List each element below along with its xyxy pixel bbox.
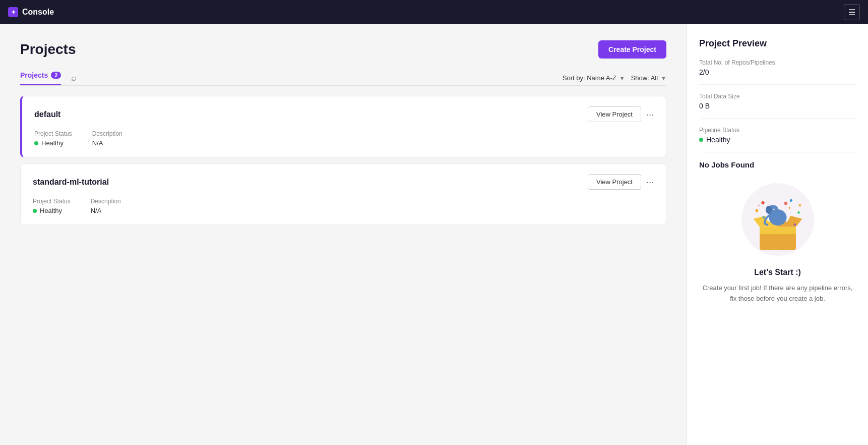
svg-point-14	[762, 216, 765, 219]
panel-section-repos: Total No. of Repos/Pipelines 2/0	[699, 59, 856, 85]
project-card-header-2: standard-ml-tutorial View Project ···	[33, 174, 654, 190]
meta-col-status-2: Project Status Healthy	[33, 198, 71, 214]
status-text: Healthy	[41, 139, 64, 147]
project-card-inner-2: standard-ml-tutorial View Project ···	[21, 164, 666, 225]
page-title: Projects	[20, 41, 76, 58]
meta-col-description: Description N/A	[92, 130, 122, 147]
project-name-default: default	[34, 110, 60, 119]
projects-list: default View Project ··· Project	[20, 96, 666, 225]
total-repos-value: 2/0	[699, 68, 856, 76]
svg-point-15	[798, 204, 801, 207]
show-filter[interactable]: Show: All ▼	[631, 74, 666, 82]
illustration-container: ✦ ✦ Let's Start :) Create your first job…	[699, 179, 856, 304]
project-card-inner: default View Project ··· Project	[22, 96, 666, 157]
status-label-2: Project Status	[33, 198, 71, 205]
status-label: Project Status	[34, 130, 72, 137]
meta-col-description-2: Description N/A	[91, 198, 121, 214]
description-value: N/A	[92, 139, 122, 147]
total-repos-label: Total No. of Repos/Pipelines	[699, 59, 856, 66]
menu-button[interactable]: ☰	[844, 4, 860, 20]
app-title: Console	[22, 8, 54, 17]
search-icon: ⌕	[71, 73, 77, 83]
more-icon: ···	[646, 109, 654, 120]
tabs-row: Projects 2 ⌕ Sort by: Name A-Z ▼ Show: A…	[20, 71, 666, 86]
svg-point-5	[766, 206, 772, 214]
menu-icon: ☰	[848, 8, 855, 17]
description-label: Description	[92, 130, 122, 137]
status-dot-healthy	[34, 141, 38, 145]
pipeline-status-label: Pipeline Status	[699, 127, 856, 134]
brand: ✦ Console	[8, 7, 54, 17]
lets-start-desc: Create your first job! If there are any …	[699, 283, 856, 304]
project-card-actions-2: View Project ···	[588, 174, 654, 190]
brand-icon: ✦	[8, 7, 18, 17]
pipeline-status-dot	[699, 138, 703, 142]
pipeline-status-text: Healthy	[706, 136, 730, 144]
status-text-2: Healthy	[40, 207, 62, 214]
status-value: Healthy	[34, 139, 72, 147]
project-name-standard-ml: standard-ml-tutorial	[33, 178, 109, 187]
meta-col-status: Project Status Healthy	[34, 130, 72, 147]
main-layout: Projects Create Project Projects 2 ⌕ Sor…	[0, 24, 868, 445]
panel-section-pipeline-status: Pipeline Status Healthy	[699, 127, 856, 152]
description-value-2: N/A	[91, 207, 121, 214]
panel-title: Project Preview	[699, 38, 856, 49]
view-project-button-default[interactable]: View Project	[588, 106, 641, 122]
right-panel: Project Preview Total No. of Repos/Pipel…	[687, 24, 868, 445]
show-filter-label: Show: All	[631, 74, 658, 82]
empty-state-illustration: ✦ ✦	[737, 179, 818, 260]
panel-section-data-size: Total Data Size 0 B	[699, 93, 856, 119]
svg-text:✦: ✦	[758, 203, 760, 207]
project-card-standard-ml[interactable]: standard-ml-tutorial View Project ···	[20, 163, 666, 225]
description-label-2: Description	[91, 198, 121, 205]
status-dot-healthy-2	[33, 209, 37, 213]
more-icon-2: ···	[646, 177, 654, 187]
tab-projects-badge: 2	[51, 72, 61, 79]
project-meta-default: Project Status Healthy Description N/A	[34, 130, 654, 147]
page-header: Projects Create Project	[20, 40, 666, 59]
sort-filter[interactable]: Sort by: Name A-Z ▼	[563, 74, 625, 82]
project-card-default[interactable]: default View Project ··· Project	[20, 96, 666, 157]
no-jobs-title: No Jobs Found	[699, 160, 856, 169]
project-card-actions: View Project ···	[588, 106, 654, 122]
sort-chevron-icon: ▼	[619, 75, 625, 81]
view-project-button-standard-ml[interactable]: View Project	[588, 174, 641, 190]
lets-start-title: Let's Start :)	[754, 268, 801, 277]
more-options-button-standard-ml[interactable]: ···	[646, 178, 654, 187]
topnav: ✦ Console ☰	[0, 0, 868, 24]
tab-projects[interactable]: Projects 2	[20, 71, 61, 85]
create-project-button[interactable]: Create Project	[598, 40, 666, 59]
search-button[interactable]: ⌕	[69, 71, 79, 85]
project-meta-standard-ml: Project Status Healthy Description N/A	[33, 198, 654, 214]
tabs-left: Projects 2 ⌕	[20, 71, 79, 85]
content-area: Projects Create Project Projects 2 ⌕ Sor…	[0, 24, 687, 445]
project-card-header: default View Project ···	[34, 106, 654, 122]
pipeline-status-value: Healthy	[699, 136, 856, 144]
svg-rect-2	[760, 227, 796, 234]
filters-row: Sort by: Name A-Z ▼ Show: All ▼	[563, 74, 666, 82]
tab-projects-label: Projects	[20, 71, 48, 79]
svg-rect-1	[760, 232, 796, 250]
sort-filter-label: Sort by: Name A-Z	[563, 74, 616, 82]
more-options-button-default[interactable]: ···	[646, 110, 654, 119]
status-value-2: Healthy	[33, 207, 71, 214]
svg-point-7	[773, 209, 774, 210]
svg-text:✦: ✦	[788, 206, 791, 210]
total-data-size-value: 0 B	[699, 102, 856, 110]
svg-point-13	[784, 202, 787, 205]
total-data-size-label: Total Data Size	[699, 93, 856, 100]
show-chevron-icon: ▼	[661, 75, 666, 81]
